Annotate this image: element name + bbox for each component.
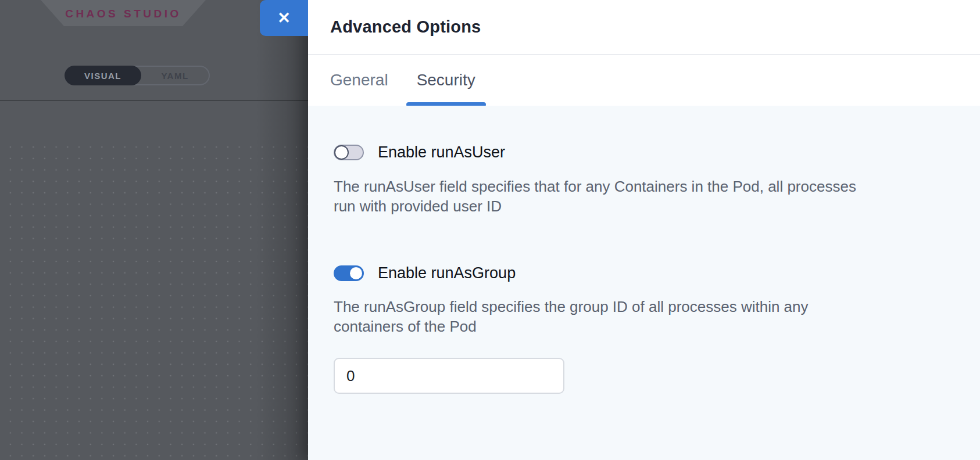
tab-security[interactable]: Security xyxy=(417,55,475,106)
chaos-studio-logo-banner: CHAOS STUDIO xyxy=(41,0,206,26)
yaml-tab[interactable]: YAML xyxy=(141,67,209,84)
visual-yaml-toggle: VISUAL YAML xyxy=(65,66,210,85)
drawer-title: Advanced Options xyxy=(330,17,481,37)
tab-general[interactable]: General xyxy=(330,55,388,106)
run-as-group-description: The runAsGroup field specifies the group… xyxy=(334,297,954,336)
description-line: containers of the Pod xyxy=(334,317,954,336)
drawer-header: Advanced Options xyxy=(308,0,980,55)
description-line: The runAsGroup field specifies the group… xyxy=(334,297,954,317)
close-drawer-button[interactable]: ✕ xyxy=(260,0,308,36)
run-as-user-description: The runAsUser field specifies that for a… xyxy=(334,177,954,216)
advanced-options-drawer: Advanced Options General Security Enable… xyxy=(308,0,980,460)
run-as-group-row: Enable runAsGroup xyxy=(334,263,954,283)
screen: CHAOS STUDIO VISUAL YAML ✕ Advanced Opti… xyxy=(0,0,980,460)
description-line: run with provided user ID xyxy=(334,196,954,216)
security-tab-panel: Enable runAsUser The runAsUser field spe… xyxy=(308,106,980,460)
close-icon: ✕ xyxy=(277,10,291,26)
chaos-studio-logo-text: CHAOS STUDIO xyxy=(65,6,181,20)
drawer-tabs: General Security xyxy=(308,55,980,106)
enable-run-as-user-toggle[interactable] xyxy=(334,145,364,160)
run-as-user-row: Enable runAsUser xyxy=(334,142,954,162)
run-as-group-id-input[interactable] xyxy=(334,358,564,394)
tab-general-label: General xyxy=(330,71,388,89)
run-as-group-toggle-label: Enable runAsGroup xyxy=(378,264,516,282)
tab-security-label: Security xyxy=(417,71,475,89)
enable-run-as-group-toggle[interactable] xyxy=(334,265,364,281)
chaos-studio-canvas: CHAOS STUDIO VISUAL YAML xyxy=(0,0,308,460)
description-line: The runAsUser field specifies that for a… xyxy=(334,177,954,196)
visual-tab[interactable]: VISUAL xyxy=(65,66,141,85)
run-as-user-toggle-label: Enable runAsUser xyxy=(378,143,505,161)
drawer-shadow-overlay xyxy=(256,0,308,460)
toggle-knob xyxy=(334,145,349,160)
toggle-knob xyxy=(349,266,363,281)
